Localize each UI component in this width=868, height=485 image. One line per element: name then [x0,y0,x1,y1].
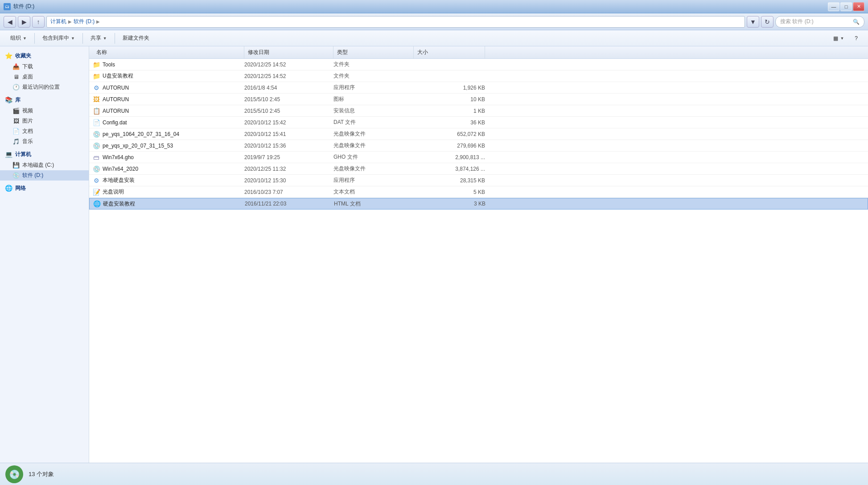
forward-button[interactable]: ▶ [18,16,30,28]
view-toggle-button[interactable]: ▦ ▼ [828,32,849,45]
sidebar-item-video[interactable]: 🎬 视频 [0,106,89,116]
organize-chevron: ▼ [23,36,27,41]
file-row[interactable]: 💿 Win7x64_2020 2020/12/25 11:32 光盘映像文件 3… [89,163,868,175]
file-row[interactable]: 💿 pe_yqs_xp_20_07_31_15_53 2020/10/12 15… [89,140,868,152]
file-icon: ⚙ [93,84,100,91]
sidebar-header-library[interactable]: 📚 库 [0,94,89,106]
file-row[interactable]: 🗃 Win7x64.gho 2019/9/7 19:25 GHO 文件 2,90… [89,152,868,163]
file-date: 2019/9/7 19:25 [244,154,280,160]
sidebar-header-network[interactable]: 🌐 网络 [0,182,89,194]
file-icon: 📁 [93,73,100,80]
file-icon: 📁 [93,61,100,68]
col-header-name[interactable]: 名称 [93,46,244,58]
file-date: 2020/12/25 14:52 [244,62,286,68]
sidebar-item-desktop[interactable]: 🖥 桌面 [0,72,89,82]
file-cell-date: 2015/5/10 2:45 [244,96,333,103]
add-to-library-button[interactable]: 包含到库中 ▼ [37,32,80,45]
col-name-label: 名称 [96,49,107,56]
file-type: 文件夹 [333,72,350,80]
organize-button[interactable]: 组织 ▼ [5,32,32,45]
sidebar-item-pictures[interactable]: 🖼 图片 [0,116,89,126]
recent-locations-button[interactable]: ▼ [747,16,759,28]
search-box[interactable]: 搜索 软件 (D:) 🔍 [775,16,864,28]
sidebar-item-drive-d[interactable]: 💿 软件 (D:) [0,170,89,181]
window-icon: 🗂 [4,3,11,10]
file-list: 📁 Tools 2020/12/25 14:52 文件夹 📁 U盘安装教程 20… [89,59,868,463]
file-cell-type: DAT 文件 [333,119,414,126]
network-icon: 🌐 [4,184,12,192]
address-path[interactable]: 计算机 ▶ 软件 (D:) ▶ [46,16,745,28]
share-button[interactable]: 共享 ▼ [86,32,112,45]
sidebar-item-drive-c[interactable]: 💾 本地磁盘 (C:) [0,160,89,170]
drive-d-label: 软件 (D:) [22,172,43,179]
sidebar-header-computer[interactable]: 💻 计算机 [0,148,89,160]
organize-label: 组织 [10,34,21,42]
path-computer[interactable]: 计算机 [50,18,66,25]
back-button[interactable]: ◀ [4,16,16,28]
share-label: 共享 [91,34,101,42]
sidebar-item-music[interactable]: 🎵 音乐 [0,136,89,147]
col-header-size[interactable]: 大小 [414,46,485,58]
file-date: 2016/1/8 4:54 [244,85,277,91]
search-icon: 🔍 [853,19,860,25]
computer-label: 计算机 [15,151,31,158]
file-cell-date: 2016/10/23 7:07 [244,189,333,195]
file-row[interactable]: 📋 AUTORUN 2015/5/10 2:45 安装信息 1 KB [89,105,868,117]
file-row[interactable]: 📄 Config.dat 2020/10/12 15:42 DAT 文件 36 … [89,117,868,128]
file-cell-name: 📁 Tools [93,61,244,68]
sidebar-item-downloads[interactable]: 📥 下载 [0,62,89,72]
sidebar-section-library: 📚 库 🎬 视频 🖼 图片 📄 文档 🎵 音乐 [0,94,89,147]
file-cell-size: 10 KB [414,96,485,103]
file-date: 2020/10/12 15:42 [244,119,286,126]
file-cell-name: 📄 Config.dat [93,119,244,126]
file-cell-type: 应用程序 [333,177,414,184]
file-size: 2,900,813 ... [455,154,485,160]
file-row[interactable]: 📁 Tools 2020/12/25 14:52 文件夹 [89,59,868,70]
file-row[interactable]: ⚙ AUTORUN 2016/1/8 4:54 应用程序 1,926 KB [89,82,868,94]
status-bar: 💿 13 个对象 [0,463,868,485]
drive-c-icon: 💾 [12,162,20,169]
file-cell-date: 2016/1/8 4:54 [244,85,333,91]
file-name: 光盘说明 [103,188,124,196]
view-icon: ▦ [833,35,838,41]
new-folder-button[interactable]: 新建文件夹 [118,32,154,45]
minimize-button[interactable]: — [828,2,839,11]
file-cell-date: 2020/12/25 14:52 [244,73,333,79]
file-size: 10 KB [470,96,485,103]
file-row[interactable]: 💿 pe_yqs_1064_20_07_31_16_04 2020/10/12 … [89,128,868,140]
refresh-button[interactable]: ↻ [761,16,773,28]
file-cell-date: 2020/10/12 15:36 [244,143,333,149]
up-button[interactable]: ↑ [32,16,45,28]
file-type: 应用程序 [333,84,355,91]
documents-icon: 📄 [12,128,20,135]
sidebar-item-documents[interactable]: 📄 文档 [0,126,89,136]
sidebar-section-computer: 💻 计算机 💾 本地磁盘 (C:) 💿 软件 (D:) [0,148,89,181]
file-type: DAT 文件 [333,119,356,126]
file-row[interactable]: 📝 光盘说明 2016/10/23 7:07 文本文档 5 KB [89,186,868,198]
file-cell-size: 5 KB [414,189,485,195]
file-cell-type: 文本文档 [333,188,414,196]
file-row[interactable]: 🖼 AUTORUN 2015/5/10 2:45 图标 10 KB [89,94,868,105]
col-header-date[interactable]: 修改日期 [244,46,333,58]
help-icon: ? [855,35,858,41]
file-row[interactable]: 🌐 硬盘安装教程 2016/11/21 22:03 HTML 文档 3 KB [89,198,868,210]
file-cell-name: ⚙ 本地硬盘安装 [93,177,244,184]
toolbar-separator-3 [115,33,115,44]
maximize-button[interactable]: □ [840,2,852,11]
sidebar-header-favorites[interactable]: ⭐ 收藏夹 [0,50,89,62]
file-date: 2020/12/25 11:32 [244,166,286,172]
file-cell-type: 文件夹 [333,72,414,80]
col-header-type[interactable]: 类型 [333,46,414,58]
close-button[interactable]: ✕ [853,2,864,11]
file-row[interactable]: 📁 U盘安装教程 2020/12/25 14:52 文件夹 [89,70,868,82]
video-label: 视频 [22,107,33,115]
file-date: 2020/10/12 15:30 [244,177,286,184]
sidebar-item-recent[interactable]: 🕐 最近访问的位置 [0,82,89,92]
file-area: 名称 修改日期 类型 大小 📁 Tools 2020/12/25 14:52 文… [89,46,868,463]
help-button[interactable]: ? [850,32,863,45]
network-label: 网络 [15,185,26,192]
file-type: 光盘映像文件 [333,142,366,149]
path-drive[interactable]: 软件 (D:) [74,18,95,25]
file-size: 1,926 KB [463,85,485,91]
file-row[interactable]: ⚙ 本地硬盘安装 2020/10/12 15:30 应用程序 28,315 KB [89,175,868,186]
